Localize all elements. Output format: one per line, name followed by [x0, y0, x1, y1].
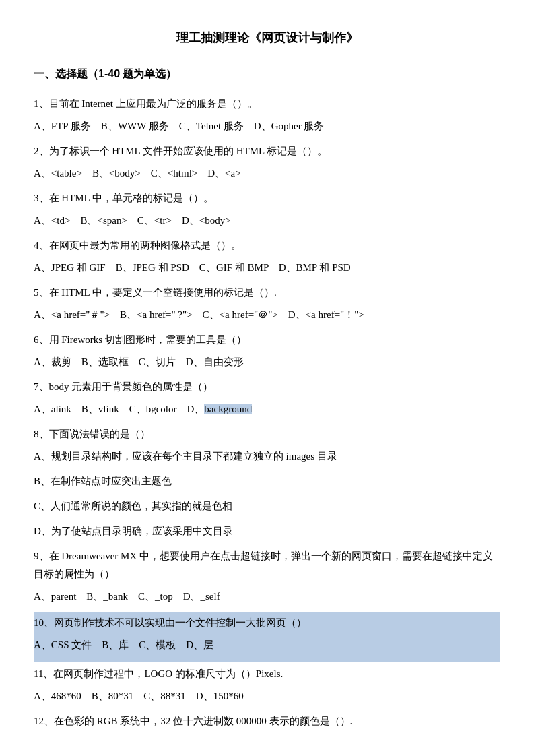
question-8-text: 8、下面说法错误的是（） — [34, 425, 500, 443]
section1-title: 一、选择题（1-40 题为单选） — [34, 65, 500, 84]
question-9-options: A、parent B、_bank C、_top D、_self — [34, 588, 500, 606]
question-10: 10、网页制作技术不可以实现由一个文件控制一大批网页（） A、CSS 文件 B、… — [34, 612, 500, 662]
question-7-text: 7、body 元素用于背景颜色的属性是（） — [34, 378, 500, 396]
question-10-options: A、CSS 文件 B、库 C、模板 D、层 — [34, 636, 500, 654]
question-1: 1、目前在 Internet 上应用最为广泛的服务是（）。 A、FTP 服务 B… — [34, 95, 500, 135]
question-8-option-a: A、规划目录结构时，应该在每个主目录下都建立独立的 images 目录 — [34, 447, 500, 466]
question-list: 1、目前在 Internet 上应用最为广泛的服务是（）。 A、FTP 服务 B… — [34, 95, 500, 730]
question-12: 12、在色彩的 RGB 系统中，32 位十六进制数 000000 表示的颜色是（… — [34, 712, 500, 730]
question-11: 11、在网页制作过程中，LOGO 的标准尺寸为（）Pixels. A、468*6… — [34, 665, 500, 705]
page-title: 理工抽测理论《网页设计与制作》 — [34, 27, 500, 49]
question-6-text: 6、用 Fireworks 切割图形时，需要的工具是（） — [34, 331, 500, 349]
question-5-options: A、<a href="＃"> B、<a href=" ?"> C、<a href… — [34, 306, 500, 324]
question-10-text: 10、网页制作技术不可以实现由一个文件控制一大批网页（） — [34, 614, 500, 632]
question-3-options: A、<td> B、<span> C、<tr> D、<body> — [34, 212, 500, 230]
question-8-option-b: B、在制作站点时应突出主题色 — [34, 472, 500, 491]
background-highlight: background — [204, 404, 252, 414]
question-6-options: A、裁剪 B、选取框 C、切片 D、自由变形 — [34, 353, 500, 371]
question-1-text: 1、目前在 Internet 上应用最为广泛的服务是（）。 — [34, 95, 500, 113]
question-5-text: 5、在 HTML 中，要定义一个空链接使用的标记是（）. — [34, 284, 500, 302]
question-4-options: A、JPEG 和 GIF B、JPEG 和 PSD C、GIF 和 BMP D、… — [34, 259, 500, 277]
question-6: 6、用 Fireworks 切割图形时，需要的工具是（） A、裁剪 B、选取框 … — [34, 331, 500, 371]
question-5: 5、在 HTML 中，要定义一个空链接使用的标记是（）. A、<a href="… — [34, 284, 500, 324]
question-7: 7、body 元素用于背景颜色的属性是（） A、alink B、vlink C、… — [34, 378, 500, 418]
question-2-options: A、<table> B、<body> C、<html> D、<a> — [34, 164, 500, 183]
question-8: 8、下面说法错误的是（） A、规划目录结构时，应该在每个主目录下都建立独立的 i… — [34, 425, 500, 540]
question-12-text: 12、在色彩的 RGB 系统中，32 位十六进制数 000000 表示的颜色是（… — [34, 712, 500, 730]
question-3: 3、在 HTML 中，单元格的标记是（）。 A、<td> B、<span> C、… — [34, 189, 500, 230]
question-11-options: A、468*60 B、80*31 C、88*31 D、150*60 — [34, 687, 500, 705]
question-8-option-c: C、人们通常所说的颜色，其实指的就是色相 — [34, 497, 500, 515]
question-9: 9、在 Dreamweaver MX 中，想要使用户在点击超链接时，弹出一个新的… — [34, 547, 500, 606]
question-2-text: 2、为了标识一个 HTML 文件开始应该使用的 HTML 标记是（）。 — [34, 142, 500, 160]
question-11-text: 11、在网页制作过程中，LOGO 的标准尺寸为（）Pixels. — [34, 665, 500, 683]
question-1-options: A、FTP 服务 B、WWW 服务 C、Telnet 服务 D、Gopher 服… — [34, 117, 500, 135]
question-3-text: 3、在 HTML 中，单元格的标记是（）。 — [34, 189, 500, 208]
question-9-text: 9、在 Dreamweaver MX 中，想要使用户在点击超链接时，弹出一个新的… — [34, 547, 500, 584]
question-7-options: A、alink B、vlink C、bgcolor D、background — [34, 400, 500, 418]
question-4-text: 4、在网页中最为常用的两种图像格式是（）。 — [34, 237, 500, 255]
question-2: 2、为了标识一个 HTML 文件开始应该使用的 HTML 标记是（）。 A、<t… — [34, 142, 500, 183]
question-4: 4、在网页中最为常用的两种图像格式是（）。 A、JPEG 和 GIF B、JPE… — [34, 237, 500, 277]
question-8-option-d: D、为了使站点目录明确，应该采用中文目录 — [34, 522, 500, 540]
